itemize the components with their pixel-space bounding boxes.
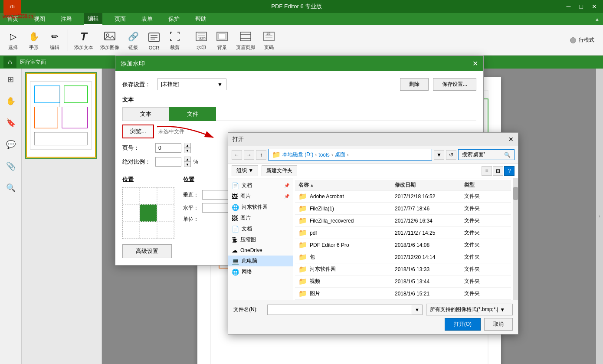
window-controls[interactable]: ─ □ ✕	[564, 2, 600, 11]
view-details-btn[interactable]: ⊟	[493, 166, 503, 176]
sidebar-icon-search[interactable]: 🔍	[4, 181, 17, 194]
filename-dropdown-btn[interactable]: ▼	[412, 305, 422, 314]
tree-item-onedrive[interactable]: ☁ OneDrive	[228, 245, 293, 256]
pos-cell-bl[interactable]	[123, 222, 140, 239]
tool-edit[interactable]: ✏ 编辑	[45, 28, 64, 52]
filetype-dropdown[interactable]: 所有支持的图像格式(*.bmp;*.j ▼	[426, 304, 513, 315]
tool-crop[interactable]: 裁剪	[165, 28, 184, 52]
scrollbar-thumb[interactable]	[513, 187, 518, 200]
tree-item-pics[interactable]: 🖼 图片 📌	[228, 191, 293, 202]
organize-btn[interactable]: 组织 ▼	[232, 165, 258, 176]
pos-cell-ml[interactable]	[123, 204, 140, 221]
file-dialog-close[interactable]: ✕	[508, 136, 514, 143]
pos-cell-bc[interactable]	[140, 222, 157, 239]
tree-item-zip[interactable]: 🗜 压缩图	[228, 234, 293, 245]
page-no-up[interactable]: ▲	[184, 143, 191, 148]
tree-item-docs2[interactable]: 📄 文档	[228, 223, 293, 234]
file-row[interactable]: 📁河东软件园 2018/1/6 13:33 文件夹	[295, 263, 511, 275]
thumbnail-1[interactable]	[25, 72, 97, 159]
toolbar: ▷ 选择 ✋ 手形 ✏ 编辑 T 添加文本 添加图像 🔗 链接 OCR 裁剪	[0, 25, 603, 56]
menu-page[interactable]: 页面	[111, 13, 129, 25]
collapse-icon[interactable]: ▲	[595, 16, 600, 22]
tool-add-text[interactable]: T 添加文本	[72, 28, 96, 52]
delete-preset-btn[interactable]: 删除	[400, 78, 429, 91]
pos-cell-mr[interactable]	[157, 204, 174, 221]
menu-help[interactable]: 帮助	[192, 13, 210, 25]
file-list-scrollbar[interactable]	[513, 178, 518, 300]
sidebar-icon-hand[interactable]: ✋	[4, 95, 17, 108]
help-btn[interactable]: ?	[504, 166, 515, 176]
file-row[interactable]: 📁FileZilla(1) 2017/7/7 18:46 文件夹	[295, 203, 511, 215]
nav-up-btn[interactable]: ↑	[256, 150, 266, 160]
tool-page-num[interactable]: 1/3 页码	[259, 28, 279, 52]
file-row[interactable]: 📁图片 2018/1/6 15:21 文件夹	[295, 288, 511, 300]
home-btn[interactable]: ⌂	[3, 56, 16, 68]
pos-cell-br[interactable]	[157, 222, 174, 239]
sidebar-icon-bookmark[interactable]: 🔖	[4, 116, 17, 129]
minimize-btn[interactable]: ─	[564, 2, 574, 11]
col-name[interactable]: 名称	[298, 181, 395, 189]
save-settings-btn[interactable]: 保存设置...	[433, 78, 476, 91]
pos-cell-tc[interactable]	[140, 187, 157, 204]
open-btn[interactable]: 打开(O)	[445, 318, 481, 331]
close-btn[interactable]: ✕	[589, 2, 600, 11]
file-row[interactable]: 📁FileZilla_recovered 2017/12/6 16:34 文件夹	[295, 215, 511, 227]
scale-up[interactable]: ▲	[184, 157, 191, 162]
tool-watermark[interactable]: 水印 水印	[192, 28, 211, 52]
browse-btn[interactable]: 浏览...	[122, 125, 154, 138]
preset-dropdown[interactable]: [未指定] ▼	[157, 79, 226, 90]
tab-file[interactable]: 文件	[169, 107, 216, 121]
page-no-down[interactable]: ▼	[184, 148, 191, 153]
right-panel-handle[interactable]: ›	[596, 69, 603, 364]
menu-edit[interactable]: 编辑	[84, 13, 102, 25]
menu-protect[interactable]: 保护	[165, 13, 183, 25]
row-mode-toggle[interactable]: 行模式	[570, 36, 594, 44]
filename-input[interactable]	[268, 305, 412, 315]
nav-forward-btn[interactable]: →	[244, 150, 254, 160]
menu-form[interactable]: 表单	[138, 13, 156, 25]
pos-cell-tl[interactable]	[123, 187, 140, 204]
page-no-input[interactable]	[155, 143, 181, 153]
tree-item-thispc[interactable]: 💻 此电脑	[228, 256, 293, 266]
pos-cell-mc[interactable]	[140, 204, 157, 221]
path-crumb-2[interactable]: tools	[318, 152, 329, 158]
tree-item-network[interactable]: 🌐 网络	[228, 266, 293, 277]
maximize-btn[interactable]: □	[577, 2, 586, 11]
menu-annotation[interactable]: 注释	[57, 13, 75, 25]
tree-item-hd[interactable]: 🌐 河东软件园	[228, 202, 293, 213]
tool-add-image[interactable]: 添加图像	[98, 28, 122, 52]
path-dropdown-btn[interactable]: ▼	[434, 150, 444, 160]
sidebar-icon-page[interactable]: ⊞	[4, 73, 17, 86]
new-folder-btn[interactable]: 新建文件夹	[262, 165, 297, 176]
refresh-btn[interactable]: ↺	[446, 150, 456, 160]
tool-background[interactable]: 背景	[213, 28, 232, 52]
tool-hand[interactable]: ✋ 手形	[24, 28, 43, 52]
scale-down[interactable]: ▼	[184, 162, 191, 167]
pos-cell-tr[interactable]	[157, 187, 174, 204]
file-row[interactable]: 📁包 2017/12/20 14:14 文件夹	[295, 251, 511, 263]
tool-header-footer[interactable]: 页眉页脚	[233, 28, 258, 52]
advanced-settings-btn[interactable]: 高级设置	[122, 244, 172, 258]
sidebar-icon-attachment[interactable]: 📎	[4, 160, 17, 173]
tool-link[interactable]: 🔗 链接	[124, 28, 143, 52]
col-type[interactable]: 类型	[464, 181, 508, 189]
scale-input[interactable]	[155, 157, 181, 167]
tab-text[interactable]: 文本	[122, 107, 169, 121]
nav-back-btn[interactable]: ←	[232, 150, 242, 160]
path-crumb-1[interactable]: 本地磁盘 (D:)	[282, 151, 313, 158]
path-crumb-3[interactable]: 桌面	[335, 151, 345, 158]
file-row[interactable]: 📁视频 2018/1/5 13:44 文件夹	[295, 275, 511, 288]
file-row[interactable]: 📁Adobe Acrobat 2017/12/18 16:52 文件夹	[295, 190, 511, 203]
cancel-btn[interactable]: 取消	[484, 318, 513, 331]
tree-item-docs[interactable]: 📄 文档 📌	[228, 180, 293, 191]
watermark-dialog-close[interactable]: ✕	[472, 59, 478, 68]
view-list-btn[interactable]: ≡	[482, 166, 492, 176]
tool-ocr[interactable]: OCR	[144, 29, 164, 52]
file-row[interactable]: 📁pdf 2017/11/27 14:25 文件夹	[295, 227, 511, 239]
file-row[interactable]: 📁PDF Editor 6 Pro 2018/1/6 14:08 文件夹	[295, 239, 511, 251]
tree-item-pics2[interactable]: 🖼 图片	[228, 213, 293, 223]
search-box[interactable]: 搜索'桌面' 🔍	[458, 149, 515, 160]
col-date[interactable]: 修改日期	[395, 181, 464, 189]
sidebar-icon-comment[interactable]: 💬	[4, 138, 17, 151]
tool-select[interactable]: ▷ 选择	[3, 28, 23, 52]
